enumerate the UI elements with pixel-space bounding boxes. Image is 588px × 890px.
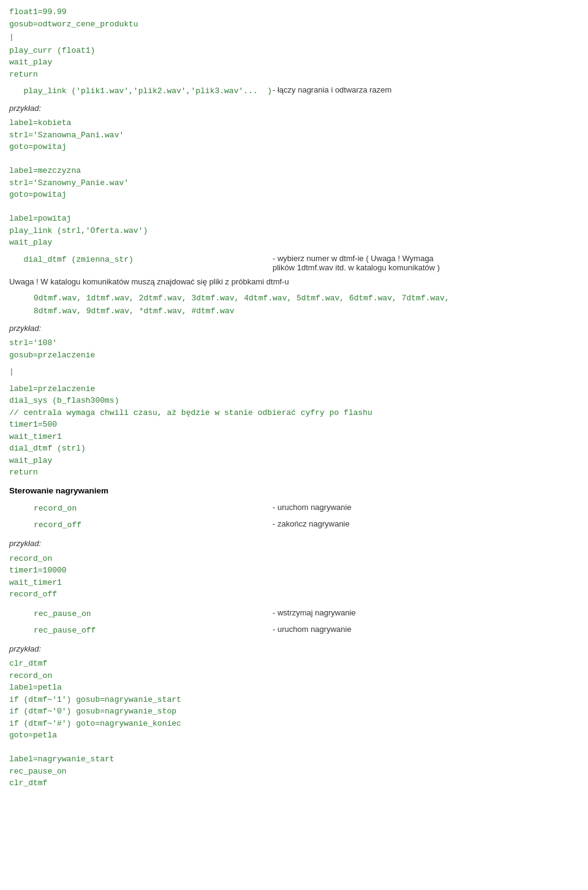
rec-pause-on-row: rec_pause_on - wstrzymaj nagrywanie (9, 608, 579, 620)
przyklad4-code: clr_dtmf record_on label=petla if (dtmf~… (9, 658, 579, 789)
dial-dtmf-comment: - wybierz numer w dtmf-ie ( Uwaga ! Wyma… (273, 254, 579, 272)
rec-pause-off-row: rec_pause_off - uruchom nagrywanie (9, 625, 579, 637)
rec-pause-on-code: rec_pause_on (9, 608, 273, 620)
play-link-row: play_link ('plik1.wav','plik2.wav','plik… (9, 85, 579, 97)
dtmf-files-row2: 8dtmf.wav, 9dtmf.wav, *dtmf.wav, #dtmf.w… (9, 305, 579, 318)
section-title: Sterowanie nagrywaniem (9, 486, 579, 495)
przyklad3-code: record_on timer1=10000 wait_timer1 recor… (9, 553, 579, 601)
separator1: | (9, 31, 579, 44)
uwaga-text: Uwaga ! W katalogu komunikatów muszą zna… (9, 276, 579, 289)
przyklad2-label: przykład: (9, 322, 579, 335)
record-on-row: record_on - uruchom nagrywanie (9, 503, 579, 515)
przyklad4-label: przykład: (9, 643, 579, 656)
przyklad1-label: przykład: (9, 102, 579, 115)
rec-pause-on-comment: - wstrzymaj nagrywanie (273, 608, 579, 617)
record-on-comment: - uruchom nagrywanie (273, 503, 579, 512)
separator2: | (9, 366, 579, 378)
play-link-comment: - łączy nagrania i odtwarza razem (273, 85, 579, 94)
play-curr-block: play_curr (float1) wait_play return (9, 45, 579, 81)
dial-dtmf-row: dial_dtmf (zmienna_str) - wybierz numer … (9, 254, 579, 272)
code-float1: float1=99.99 gosub=odtworz_cene_produktu (9, 6, 579, 30)
dtmf-files-row1: 0dtmf.wav, 1dtmf.wav, 2dtmf.wav, 3dtmf.w… (9, 292, 579, 305)
przyklad2-code: strl='108' gosub=przelaczenie (9, 337, 579, 361)
rec-pause-off-code: rec_pause_off (9, 625, 273, 637)
record-on-code: record_on (9, 503, 273, 515)
initial-code: float1=99.99 gosub=odtworz_cene_produktu (9, 6, 579, 30)
record-off-code: record_off (9, 519, 273, 531)
dial-dtmf-code: dial_dtmf (zmienna_str) (9, 254, 273, 266)
przyklad3-label: przykład: (9, 538, 579, 550)
przyklad1-code: label=kobieta strl='Szanowna_Pani.wav' g… (9, 117, 579, 249)
record-off-row: record_off - zakończ nagrywanie (9, 519, 579, 531)
play-link-code: play_link ('plik1.wav','plik2.wav','plik… (9, 85, 273, 97)
page-content: float1=99.99 gosub=odtworz_cene_produktu… (9, 6, 579, 789)
rec-pause-off-comment: - uruchom nagrywanie (273, 625, 579, 634)
przyklad2-code2-block: label=przelaczenie dial_sys (b_flash300m… (9, 383, 579, 479)
record-off-comment: - zakończ nagrywanie (273, 519, 579, 528)
